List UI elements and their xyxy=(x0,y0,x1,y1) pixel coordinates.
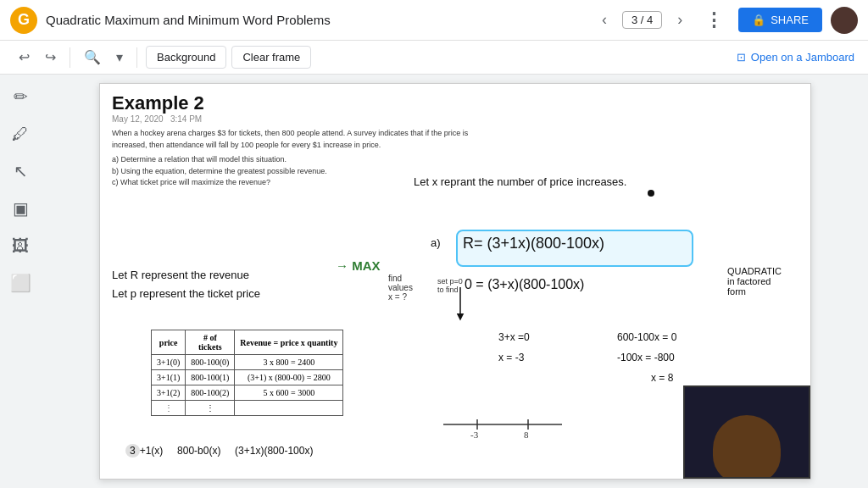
table-header-price: price xyxy=(152,330,186,355)
revenue-equation: R= (3+1x)(800-100x) xyxy=(463,235,604,252)
eq2-text: 600-100x = 0 xyxy=(617,331,676,343)
zoom-dropdown-button[interactable]: ▾ xyxy=(111,46,128,69)
dot-marker xyxy=(648,190,654,197)
clear-frame-button[interactable]: Clear frame xyxy=(231,46,311,69)
sol1-text: x = -3 xyxy=(498,352,524,363)
svg-text:-3: -3 xyxy=(470,430,479,440)
left-toolpanel: ✏ 🖊 ↖ ▣ 🖼 ⬜ xyxy=(0,75,41,488)
part-a-label: a) xyxy=(431,236,441,249)
sol3-text: x = 8 xyxy=(651,372,673,384)
max-label: → MAX xyxy=(336,258,381,273)
slide-canvas: Example 2 May 12, 2020 3:14 PM When a ho… xyxy=(99,83,811,480)
bottom-expr: 3+1(x) 800-b0(x) (3+1x)(800-100x) xyxy=(125,445,313,457)
table-header-tickets: # oftickets xyxy=(186,330,235,355)
table-row: 3+1(0) 800-100(0) 3 x 800 = 2400 xyxy=(152,355,343,370)
data-table: price # oftickets Revenue = price x quan… xyxy=(151,330,343,416)
toolbar-separator xyxy=(70,47,70,68)
table-row: ⋮⋮ xyxy=(152,401,343,416)
redo-button[interactable]: ↪ xyxy=(40,46,61,69)
table-header-revenue: Revenue = price x quantity xyxy=(235,330,343,355)
prev-slide-button[interactable]: ‹ xyxy=(595,8,614,32)
eq1-text: 3+x =0 xyxy=(498,331,530,343)
toolbar-separator-2 xyxy=(136,47,137,68)
eraser-tool-button[interactable]: ⬜ xyxy=(5,268,36,298)
let-r-text: Let R represent the revenue xyxy=(112,269,249,281)
share-button[interactable]: 🔒 SHARE xyxy=(738,8,822,32)
pen-tool-button[interactable]: ✏ xyxy=(5,81,36,112)
image-tool-button[interactable]: 🖼 xyxy=(5,230,36,261)
slide-counter: 3 / 4 xyxy=(622,11,662,29)
zoom-button[interactable]: 🔍 xyxy=(79,46,106,69)
document-title: Quadratic Maximum and Minimum Word Probl… xyxy=(46,13,587,27)
topbar: G Quadratic Maximum and Minimum Word Pro… xyxy=(0,0,868,41)
table-row: 3+1(2) 800-100(2) 5 x 600 = 3000 xyxy=(152,385,343,401)
main-area: ✏ 🖊 ↖ ▣ 🖼 ⬜ Example 2 May 12, 2020 3:14 … xyxy=(0,75,868,488)
slide-datetime: May 12, 2020 3:14 PM xyxy=(112,114,202,124)
arrow-svg xyxy=(452,287,469,321)
external-link-icon: ⊡ xyxy=(737,51,746,64)
find-label: findvaluesx = ? xyxy=(388,274,413,302)
marker-tool-button[interactable]: 🖊 xyxy=(5,119,36,149)
svg-text:8: 8 xyxy=(524,430,529,440)
sticky-note-tool-button[interactable]: ▣ xyxy=(5,193,36,224)
video-thumbnail xyxy=(683,385,810,479)
presenter-face xyxy=(713,415,781,479)
sol2-text: -100x = -800 xyxy=(617,352,675,363)
quadratic-label: QUADRATIC in factored form xyxy=(727,266,782,297)
let-x-text: Let x reprant the number of price increa… xyxy=(414,175,626,188)
table-row: 3+1(1) 800-100(1) (3+1) x (800-00) = 280… xyxy=(152,370,343,385)
slide-content: Example 2 May 12, 2020 3:14 PM When a ho… xyxy=(100,84,810,479)
toolbar: ↩ ↪ 🔍 ▾ Background Clear frame ⊡ Open on… xyxy=(0,41,868,75)
user-avatar xyxy=(831,7,858,34)
example-title: Example 2 xyxy=(112,92,204,114)
select-tool-button[interactable]: ↖ xyxy=(5,156,36,186)
app-icon: G xyxy=(10,7,37,34)
more-options-button[interactable]: ⋮ xyxy=(698,6,730,35)
number-line-svg: -3 8 xyxy=(435,408,570,441)
undo-button[interactable]: ↩ xyxy=(14,46,35,69)
background-button[interactable]: Background xyxy=(146,46,226,69)
zero-equation: 0 = (3+x)(800-100x) xyxy=(465,277,584,292)
open-jamboard-button[interactable]: ⊡ Open on a Jamboard xyxy=(737,51,854,64)
lock-icon: 🔒 xyxy=(752,14,765,26)
let-p-text: Let p represent the ticket price xyxy=(112,287,260,300)
next-slide-button[interactable]: › xyxy=(670,8,689,32)
